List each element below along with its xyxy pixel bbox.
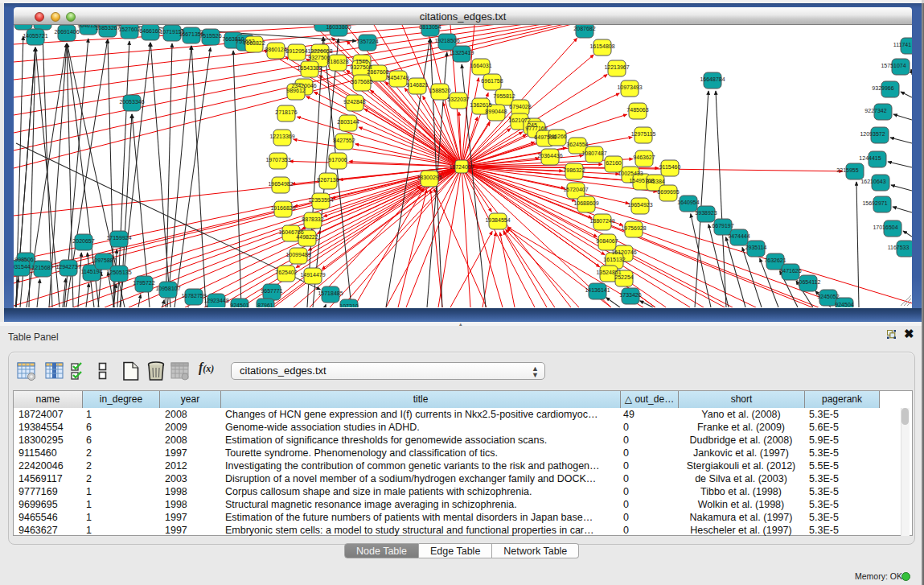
- svg-text:7986322: 7986322: [563, 167, 585, 173]
- svg-text:1588520: 1588520: [429, 88, 450, 93]
- svg-text:16120746: 16120746: [611, 249, 636, 255]
- svg-text:12093572: 12093572: [860, 131, 885, 137]
- svg-text:11325419: 11325419: [450, 50, 474, 56]
- svg-text:15720407: 15720407: [563, 187, 588, 192]
- svg-text:7485063: 7485063: [626, 107, 648, 113]
- svg-text:1640954: 1640954: [677, 200, 699, 205]
- svg-text:8186328: 8186328: [326, 59, 348, 64]
- svg-text:15718485: 15718485: [318, 290, 343, 296]
- svg-text:746266: 746266: [548, 134, 566, 139]
- svg-text:931544: 931544: [14, 264, 31, 270]
- svg-text:12213369: 12213369: [269, 134, 294, 139]
- svg-text:9242848: 9242848: [343, 99, 365, 105]
- svg-text:12975115: 12975115: [631, 131, 656, 137]
- svg-text:17159924: 17159924: [106, 235, 131, 241]
- svg-text:9985061: 9985061: [14, 257, 36, 262]
- svg-text:16154808: 16154808: [589, 43, 614, 49]
- svg-text:19654982: 19654982: [268, 181, 293, 187]
- svg-text:2935114: 2935114: [745, 245, 767, 250]
- svg-text:7515526: 7515526: [199, 33, 221, 39]
- svg-text:9463627: 9463627: [633, 154, 655, 160]
- svg-text:16543382: 16543382: [297, 65, 322, 71]
- svg-text:1795722: 1795722: [133, 280, 154, 286]
- svg-text:9657771: 9657771: [261, 288, 282, 294]
- svg-text:8454749: 8454749: [387, 75, 409, 80]
- svg-text:87961: 87961: [257, 303, 273, 307]
- svg-text:4498222: 4498222: [296, 234, 318, 240]
- svg-text:9084067: 9084067: [596, 238, 618, 244]
- svg-text:6794028: 6794028: [509, 104, 531, 109]
- svg-text:111741: 111741: [893, 42, 911, 47]
- svg-text:1546: 1546: [355, 59, 368, 64]
- svg-text:2803144: 2803144: [337, 119, 359, 125]
- svg-text:5322037: 5322037: [447, 97, 469, 102]
- svg-text:12923448: 12923448: [203, 298, 228, 303]
- svg-text:6466160: 6466160: [139, 28, 161, 34]
- svg-text:20691406: 20691406: [54, 29, 79, 35]
- svg-text:16033809: 16033809: [326, 25, 351, 30]
- svg-text:10807487: 10807487: [581, 150, 606, 156]
- svg-text:924504: 924504: [835, 302, 853, 307]
- svg-text:7357224: 7357224: [356, 39, 378, 44]
- svg-text:19218506: 19218506: [434, 38, 459, 43]
- svg-text:8912954: 8912954: [285, 48, 307, 54]
- svg-text:8813054: 8813054: [419, 25, 441, 30]
- svg-text:1615132: 1615132: [603, 257, 625, 262]
- svg-text:10853267: 10853267: [95, 25, 120, 31]
- svg-text:10654112: 10654112: [796, 279, 821, 285]
- svg-text:6961758: 6961758: [481, 78, 503, 84]
- svg-text:7632621: 7632621: [764, 257, 786, 263]
- svg-text:62160: 62160: [606, 160, 622, 166]
- svg-text:1167533: 1167533: [888, 245, 910, 250]
- svg-text:8471626: 8471626: [779, 268, 801, 274]
- svg-text:10688609: 10688609: [573, 200, 598, 206]
- svg-text:13226058: 13226058: [307, 48, 332, 54]
- svg-text:2087682: 2087682: [573, 26, 595, 31]
- svg-text:14055721: 14055721: [23, 33, 47, 39]
- svg-text:1733426: 1733426: [619, 292, 641, 298]
- svg-text:9329966: 9329966: [872, 85, 893, 91]
- svg-text:8878332: 8878332: [302, 216, 323, 222]
- svg-text:18724007: 18724007: [449, 164, 474, 170]
- svg-text:252254: 252254: [614, 274, 633, 280]
- svg-text:12505135: 12505135: [106, 270, 131, 275]
- svg-text:10025433: 10025433: [618, 171, 643, 176]
- svg-text:843384: 843384: [646, 179, 664, 184]
- svg-text:2867608: 2867608: [367, 69, 388, 75]
- svg-text:16782759: 16782759: [181, 293, 206, 299]
- svg-text:12353594: 12353594: [308, 197, 333, 203]
- svg-text:10973493: 10973493: [617, 84, 642, 90]
- svg-text:9474444: 9474444: [728, 233, 749, 239]
- svg-text:8267130: 8267130: [317, 177, 339, 183]
- svg-text:917006: 917006: [328, 157, 347, 163]
- svg-text:14136141: 14136141: [585, 287, 610, 293]
- svg-text:10099489: 10099489: [285, 252, 310, 257]
- svg-text:15751074: 15751074: [881, 63, 906, 68]
- svg-text:8860124: 8860124: [265, 47, 286, 52]
- svg-text:1527602: 1527602: [118, 27, 140, 32]
- svg-text:10975887: 10975887: [91, 257, 116, 263]
- svg-text:17016504: 17016504: [873, 225, 897, 230]
- svg-text:1215687: 1215687: [31, 265, 53, 270]
- svg-text:20364436: 20364436: [537, 153, 562, 159]
- svg-text:19654923: 19654923: [627, 202, 652, 208]
- svg-text:5938923: 5938923: [695, 210, 717, 216]
- svg-text:1145194: 1145194: [81, 269, 103, 274]
- svg-text:107310: 107310: [339, 303, 358, 307]
- svg-text:3675685: 3675685: [351, 79, 372, 84]
- svg-text:924501: 924501: [230, 303, 248, 307]
- svg-text:10958107: 10958107: [155, 286, 180, 291]
- svg-text:8427552: 8427552: [333, 138, 355, 143]
- svg-text:16648784: 16648784: [700, 76, 725, 82]
- svg-text:2020657: 2020657: [72, 238, 94, 244]
- svg-text:6679197: 6679197: [712, 223, 733, 229]
- svg-text:7663822: 7663822: [243, 40, 265, 46]
- svg-text:8990448: 8990448: [485, 109, 507, 114]
- svg-text:7955812: 7955812: [493, 93, 515, 99]
- svg-text:18300295: 18300295: [417, 175, 441, 180]
- svg-text:19707353: 19707353: [265, 157, 290, 163]
- svg-text:9777169: 9777169: [525, 126, 547, 131]
- svg-text:9245052: 9245052: [817, 294, 839, 299]
- svg-text:19384554: 19384554: [485, 217, 510, 223]
- svg-text:20053346: 20053346: [119, 99, 144, 105]
